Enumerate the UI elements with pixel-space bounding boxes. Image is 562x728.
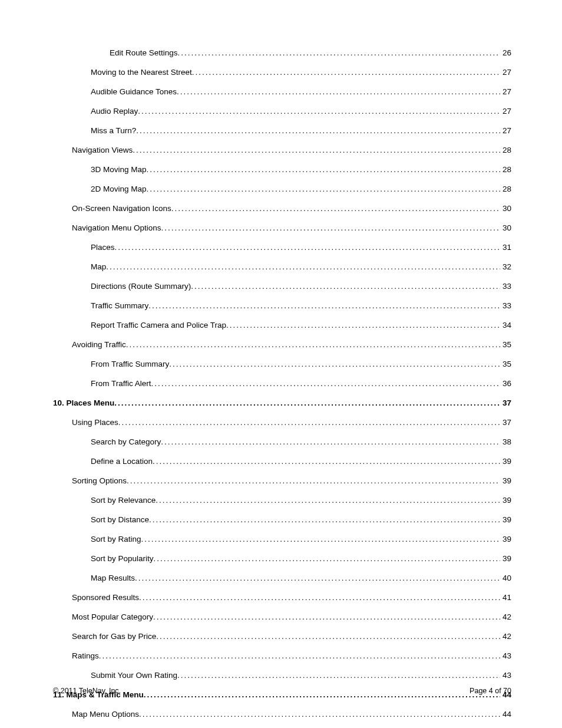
toc-leaders: ........................................…	[118, 419, 500, 427]
toc-entry[interactable]: From Traffic Alert......................…	[53, 379, 511, 388]
toc-leaders: ........................................…	[156, 496, 500, 505]
toc-entry[interactable]: Submit Your Own Rating..................…	[53, 671, 511, 680]
toc-entry[interactable]: 3D Moving Map...........................…	[53, 165, 511, 174]
toc-leaders: ........................................…	[153, 457, 500, 466]
toc-entry-page: 28	[500, 165, 511, 174]
toc-entry-label: 2D Moving Map	[91, 185, 147, 193]
toc-entry-label: Directions (Route Summary)	[91, 282, 191, 291]
toc-leaders: ........................................…	[115, 243, 500, 252]
toc-entry[interactable]: Using Places............................…	[53, 418, 511, 427]
toc-leaders: ........................................…	[177, 88, 500, 96]
toc-entry-label: Miss a Turn?	[91, 126, 136, 135]
toc-entry[interactable]: Sorting Options.........................…	[53, 476, 511, 485]
toc-entry-label: Audio Replay	[91, 107, 138, 116]
toc-entry[interactable]: Miss a Turn?............................…	[53, 126, 511, 135]
toc-entry[interactable]: Audible Guidance Tones..................…	[53, 87, 511, 96]
toc-leaders: ........................................…	[99, 652, 500, 660]
toc-entry[interactable]: 2D Moving Map...........................…	[53, 185, 511, 193]
toc-entry-page: 28	[500, 146, 511, 154]
toc-entry[interactable]: Traffic Summary.........................…	[53, 301, 511, 310]
toc-leaders: ........................................…	[133, 146, 500, 154]
toc-leaders: ........................................…	[161, 438, 500, 446]
toc-entry-label: Sort by Popularity	[91, 554, 154, 563]
toc-leaders: ........................................…	[191, 282, 500, 291]
toc-entry-page: 44	[500, 710, 511, 719]
toc-entry[interactable]: Map.....................................…	[53, 262, 511, 271]
toc-entry-page: 35	[500, 360, 511, 368]
toc-entry[interactable]: Report Traffic Camera and Police Trap...…	[53, 321, 511, 330]
toc-entry[interactable]: Navigation Views........................…	[53, 146, 511, 154]
toc-entry-label: Sorting Options	[72, 476, 127, 485]
toc-entry-page: 27	[500, 126, 511, 135]
toc-leaders: ........................................…	[192, 68, 500, 77]
page-footer: © 2011 TeleNav, Inc. Page 4 of 70	[53, 687, 511, 695]
toc-entry-page: 30	[500, 223, 511, 232]
toc-entry[interactable]: From Traffic Summary....................…	[53, 360, 511, 368]
toc-entry[interactable]: Sort by Popularity......................…	[53, 554, 511, 563]
toc-entry-page: 33	[500, 301, 511, 310]
toc-entry[interactable]: Map Menu Options........................…	[53, 710, 511, 719]
toc-entry[interactable]: Edit Route Settings.....................…	[53, 48, 511, 57]
toc-entry-page: 38	[500, 437, 511, 446]
toc-entry[interactable]: Define a Location.......................…	[53, 457, 511, 466]
toc-entry-page: 43	[500, 651, 511, 660]
toc-entry-page: 43	[500, 671, 511, 680]
toc-leaders: ........................................…	[171, 205, 500, 213]
toc-entry-label: Map Results	[91, 574, 135, 582]
toc-entry[interactable]: Map Results.............................…	[53, 574, 511, 582]
toc-entry-page: 27	[500, 87, 511, 96]
toc-entry-page: 36	[500, 379, 511, 388]
toc-entry-page: 28	[500, 185, 511, 193]
toc-entry[interactable]: Ratings.................................…	[53, 651, 511, 660]
toc-entry[interactable]: Search by Category......................…	[53, 437, 511, 446]
toc-entry-page: 39	[500, 457, 511, 466]
toc-entry-label: 10. Places Menu	[53, 398, 114, 407]
toc-entry[interactable]: 10. Places Menu.........................…	[53, 398, 511, 407]
toc-entry[interactable]: Directions (Route Summary)..............…	[53, 282, 511, 291]
toc-leaders: ........................................…	[114, 399, 500, 407]
toc-entry[interactable]: Navigation Menu Options.................…	[53, 223, 511, 232]
toc-entry-page: 39	[500, 476, 511, 485]
toc-entry-label: Using Places	[72, 418, 118, 427]
toc-entry[interactable]: Audio Replay............................…	[53, 107, 511, 116]
toc-entry[interactable]: Avoiding Traffic........................…	[53, 340, 511, 349]
toc-entry-page: 41	[500, 593, 511, 602]
toc-entry[interactable]: Sponsored Results.......................…	[53, 593, 511, 602]
toc-leaders: ........................................…	[141, 535, 500, 543]
toc-entry-page: 39	[500, 535, 511, 543]
toc-entry-label: Navigation Views	[72, 146, 133, 154]
toc-entry-label: From Traffic Summary	[91, 360, 169, 368]
toc-leaders: ........................................…	[161, 224, 500, 232]
toc-entry-label: Sort by Relevance	[91, 496, 156, 505]
toc-entry-label: Edit Route Settings	[110, 48, 178, 57]
toc-entry-label: Define a Location	[91, 457, 153, 466]
table-of-contents: Edit Route Settings.....................…	[53, 48, 511, 719]
footer-copyright: © 2011 TeleNav, Inc.	[53, 687, 121, 695]
footer-page-number: Page 4 of 70	[470, 687, 511, 695]
toc-entry-label: Sponsored Results	[72, 593, 139, 602]
toc-entry-page: 32	[500, 262, 511, 271]
toc-entry-label: Navigation Menu Options	[72, 223, 161, 232]
toc-entry-label: Sort by Distance	[91, 515, 149, 524]
toc-entry-page: 31	[500, 243, 511, 252]
toc-entry-page: 42	[500, 612, 511, 621]
toc-entry[interactable]: On-Screen Navigation Icons..............…	[53, 204, 511, 213]
toc-entry-label: From Traffic Alert	[91, 379, 151, 388]
toc-entry-page: 30	[500, 204, 511, 213]
toc-entry[interactable]: Search for Gas by Price.................…	[53, 632, 511, 641]
toc-entry-label: Ratings	[72, 651, 99, 660]
toc-entry[interactable]: Sort by Distance........................…	[53, 515, 511, 524]
toc-entry[interactable]: Places..................................…	[53, 243, 511, 252]
toc-leaders: ........................................…	[151, 380, 500, 388]
toc-entry-label: Report Traffic Camera and Police Trap	[91, 321, 226, 330]
toc-entry-page: 39	[500, 515, 511, 524]
toc-entry[interactable]: Moving to the Nearest Street............…	[53, 68, 511, 77]
toc-entry-page: 34	[500, 321, 511, 330]
toc-entry[interactable]: Sort by Relevance.......................…	[53, 496, 511, 505]
toc-entry[interactable]: Sort by Rating..........................…	[53, 535, 511, 543]
toc-leaders: ........................................…	[147, 166, 500, 174]
toc-leaders: ........................................…	[139, 594, 500, 602]
toc-entry[interactable]: Most Popular Category...................…	[53, 612, 511, 621]
toc-leaders: ........................................…	[169, 360, 500, 368]
toc-entry-label: Avoiding Traffic	[72, 340, 126, 349]
